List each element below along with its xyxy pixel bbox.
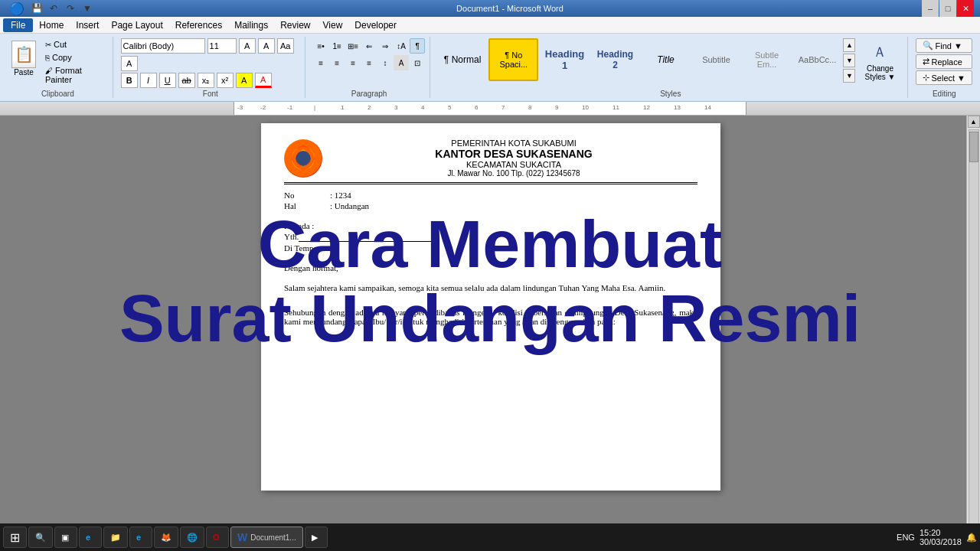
scroll-up-button[interactable]: ▲ [968,116,980,128]
change-styles-button[interactable]: Ａ ChangeStyles ▼ [857,38,903,83]
font-name-input[interactable] [121,38,205,54]
style-normal[interactable]: ¶ Normal [438,38,487,81]
firefox-icon: 🦊 [161,533,172,543]
align-left-button[interactable]: ≡ [313,55,328,70]
task-view-button[interactable]: ▣ [54,527,77,548]
strikethrough-button[interactable]: ab [178,73,195,88]
home-menu[interactable]: Home [33,18,70,32]
align-center-button[interactable]: ≡ [329,55,345,70]
view-menu[interactable]: View [317,18,349,32]
bold-button[interactable]: B [121,73,138,88]
highlight-button[interactable]: A [236,73,253,88]
style-no-spacing[interactable]: ¶ No Spaci... [488,38,538,81]
title-bar: 🔵 💾 ↶ ↷ ▼ Document1 - Microsoft Word – □… [0,0,980,17]
style-subtle2[interactable]: AaBbCc... [792,38,841,81]
file-menu[interactable]: File [3,18,33,32]
font-row-2: B I U ab x₂ x² A A [121,73,272,88]
maximize-button[interactable]: □ [939,0,956,17]
address: Jl. Mawar No. 100 Tlp. (022) 12345678 [330,169,697,178]
subscript-button[interactable]: x₂ [198,73,214,88]
superscript-button[interactable]: x² [217,73,234,88]
style-heading2[interactable]: Heading 2 [590,38,639,81]
italic-button[interactable]: I [140,73,157,88]
more-button[interactable]: ▼ [80,1,95,16]
right-scrollbar[interactable]: ▲ ▼ [966,116,980,544]
kecamatan-name: KECAMATAN SUKACITA [330,160,697,169]
select-button[interactable]: ⊹ Select ▼ [916,70,972,85]
style-subtitle[interactable]: Subtitle [691,38,740,81]
hal-value: : Undangan [330,201,697,210]
close-button[interactable]: ✕ [957,0,974,17]
justify-button[interactable]: ≡ [361,55,377,70]
minimize-button[interactable]: – [922,0,939,17]
video-taskbar-button[interactable]: ▶ [305,527,328,548]
opera-taskbar-button[interactable]: O [206,527,229,548]
save-button[interactable]: 💾 [29,1,44,16]
grow-font-button[interactable]: A [239,38,256,54]
styles-more[interactable]: ▼ [843,69,855,83]
show-formatting-button[interactable]: ¶ [410,38,425,54]
font-controls: A A Aa A B I U ab x₂ x² A A [121,37,300,88]
paste-label: Paste [14,68,34,77]
style-title[interactable]: Title [641,38,690,81]
start-button[interactable]: ⊞ [3,527,27,548]
notification-icon[interactable]: 🔔 [966,533,977,543]
replace-button[interactable]: ⇄ Replace [916,54,972,69]
shrink-font-button[interactable]: A [258,38,275,54]
dengan-label: Dengan hormat, [284,263,338,272]
paragraph-group: ≡• 1≡ ⊞≡ ⇐ ⇒ ↕A ¶ ≡ ≡ ≡ ≡ ↕ A ⊡ [309,37,430,98]
cut-button[interactable]: ✂ Cut [41,38,108,51]
styles-group: ¶ Normal ¶ No Spaci... Heading 1 Heading… [433,37,908,98]
review-menu[interactable]: Review [274,18,316,32]
sort-button[interactable]: ↕A [394,38,409,54]
folder-taskbar-button[interactable]: 📁 [103,527,128,548]
menu-bar: File Home Insert Page Layout References … [0,17,980,34]
increase-indent-button[interactable]: ⇒ [377,38,393,54]
redo-button[interactable]: ↷ [63,1,78,16]
bullets-button[interactable]: ≡• [313,38,328,54]
para-row-2: ≡ ≡ ≡ ≡ ↕ A ⊡ [313,55,425,70]
no-value: : 1234 [330,191,697,200]
font-color-button[interactable]: A [255,73,272,88]
developer-menu[interactable]: Developer [348,18,403,32]
ie2-taskbar-button[interactable]: e [129,527,152,548]
clear-format-button[interactable]: A [121,56,138,71]
left-margin [0,116,15,544]
video-icon: ▶ [312,533,318,543]
format-painter-button[interactable]: 🖌 Format Painter [41,64,108,86]
style-heading1[interactable]: Heading 1 [540,38,589,81]
letter-body[interactable]: No : 1234 Hal : Undangan Kepada : Yth. D… [284,191,697,326]
ie-taskbar-button[interactable]: e [79,527,102,548]
firefox-taskbar-button[interactable]: 🦊 [154,527,178,548]
line-spacing-button[interactable]: ↕ [377,55,393,70]
border-button[interactable]: ⊡ [410,55,425,70]
change-case-button[interactable]: Aa [277,38,294,54]
shading-button[interactable]: A [394,55,409,70]
scroll-track[interactable] [969,129,979,530]
insert-menu[interactable]: Insert [70,18,105,32]
multilevel-button[interactable]: ⊞≡ [345,38,361,54]
window-controls: – □ ✕ [922,0,974,17]
undo-button[interactable]: ↶ [46,1,61,16]
pagelayout-menu[interactable]: Page Layout [105,18,168,32]
mailings-menu[interactable]: Mailings [228,18,274,32]
references-menu[interactable]: References [169,18,228,32]
find-button[interactable]: 🔍 Find ▼ [916,38,972,53]
font-size-input[interactable] [207,38,237,54]
styles-scroll-down[interactable]: ▼ [843,54,855,67]
copy-button[interactable]: ⎘ Copy [41,51,108,64]
numbering-button[interactable]: 1≡ [329,38,345,54]
decrease-indent-button[interactable]: ⇐ [361,38,377,54]
style-subtle-em[interactable]: Subtle Em... [742,38,791,81]
task-view-icon: ▣ [61,533,69,543]
document-page[interactable]: PEMERINTAH KOTA SUKABUMI KANTOR DESA SUK… [261,123,720,491]
window-title: Document1 - Microsoft Word [98,4,922,13]
search-button[interactable]: 🔍 [28,527,53,548]
underline-button[interactable]: U [159,73,176,88]
paste-button[interactable]: 📋 Paste [8,38,40,79]
chrome-taskbar-button[interactable]: 🌐 [180,527,204,548]
word-taskbar-button[interactable]: W Document1... [230,527,303,548]
align-right-button[interactable]: ≡ [345,55,361,70]
styles-scroll-up[interactable]: ▲ [843,38,855,52]
document-scroll[interactable]: PEMERINTAH KOTA SUKABUMI KANTOR DESA SUK… [15,116,966,544]
